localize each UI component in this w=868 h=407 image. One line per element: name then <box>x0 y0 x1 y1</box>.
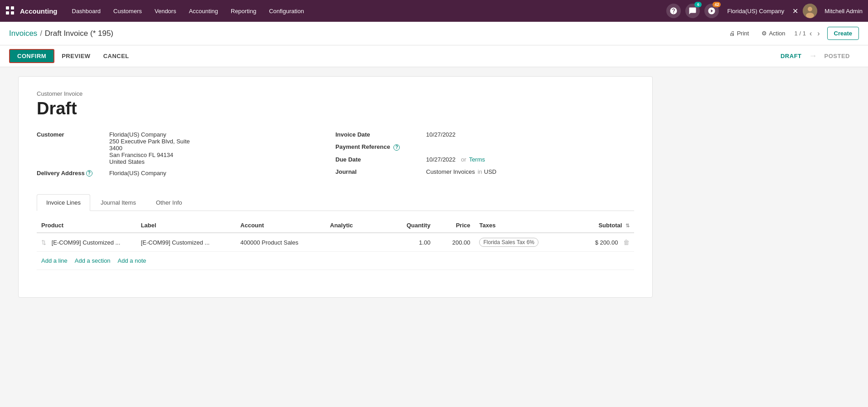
nav-dashboard[interactable]: Dashboard <box>67 5 107 17</box>
subheader: Invoices / Draft Invoice (* 195) 🖨 Print… <box>0 22 868 45</box>
avatar[interactable] <box>803 4 817 18</box>
add-note-link[interactable]: Add a note <box>118 257 146 264</box>
gear-icon: ⚙ <box>761 30 767 37</box>
invoice-date-field: Invoice Date 10/27/2022 <box>335 131 634 138</box>
grid-icon[interactable] <box>5 6 15 16</box>
payment-ref-field: Payment Reference ? <box>335 143 634 151</box>
invoice-card: Customer Invoice Draft Customer Florida(… <box>18 76 653 298</box>
print-button[interactable]: 🖨 Print <box>726 28 753 39</box>
table-header-row: Product Label Account Analytic Quantity <box>37 218 634 233</box>
cancel-button[interactable]: CANCEL <box>98 50 135 62</box>
svg-rect-2 <box>6 11 9 15</box>
next-button[interactable]: › <box>815 29 821 39</box>
due-date-field: Due Date 10/27/2022 or Terms <box>335 156 634 163</box>
customer-field: Customer Florida(US) Company 250 Executi… <box>37 131 335 165</box>
prev-button[interactable]: ‹ <box>808 29 814 39</box>
invoice-type: Customer Invoice <box>37 90 634 97</box>
journal-value[interactable]: Customer Invoices <box>426 168 475 175</box>
invoice-status-text: Draft <box>37 99 634 118</box>
customer-value: Florida(US) Company 250 Executive Park B… <box>109 131 190 165</box>
nav-customers[interactable]: Customers <box>108 5 147 17</box>
tab-other-info[interactable]: Other Info <box>146 194 192 211</box>
svg-point-5 <box>808 7 812 11</box>
col-account: Account <box>236 218 325 233</box>
support-icon[interactable] <box>666 4 681 18</box>
confirm-button[interactable]: CONFIRM <box>9 49 54 63</box>
row-product: ⇅ [E-COM99] Customized ... <box>37 233 136 252</box>
breadcrumb: Invoices / Draft Invoice (* 195) <box>9 29 726 38</box>
breadcrumb-parent[interactable]: Invoices <box>9 29 37 38</box>
col-product: Product <box>37 218 136 233</box>
activity-badge: 42 <box>713 2 721 7</box>
top-navigation: Accounting Dashboard Customers Vendors A… <box>0 0 868 22</box>
col-label: Label <box>136 218 236 233</box>
col-analytic: Analytic <box>325 218 385 233</box>
invoice-left: Customer Florida(US) Company 250 Executi… <box>37 131 335 181</box>
invoice-right: Invoice Date 10/27/2022 Payment Referenc… <box>335 131 634 181</box>
journal-field: Journal Customer Invoices in USD <box>335 168 634 175</box>
delivery-field: Delivery Address ? Florida(US) Company <box>37 170 335 177</box>
svg-point-6 <box>806 13 814 18</box>
nav-accounting[interactable]: Accounting <box>184 5 223 17</box>
due-date-label: Due Date <box>335 156 426 163</box>
delivery-value: Florida(US) Company <box>109 170 166 177</box>
customer-label: Customer <box>37 131 109 138</box>
svg-rect-3 <box>11 11 14 15</box>
preview-button[interactable]: PREVIEW <box>56 50 96 62</box>
print-icon: 🖨 <box>729 30 735 37</box>
user-name[interactable]: Mitchell Admin <box>824 8 863 15</box>
col-taxes: Taxes <box>475 218 574 233</box>
drag-handle[interactable]: ⇅ <box>41 239 46 246</box>
due-date-terms[interactable]: Terms <box>469 156 485 163</box>
subheader-actions: 🖨 Print ⚙ Action 1 / 1 ‹ › Create <box>726 27 859 40</box>
table-row: ⇅ [E-COM99] Customized ... [E-COM99] Cus… <box>37 233 634 252</box>
status-flow: DRAFT → POSTED <box>771 49 859 63</box>
action-button[interactable]: ⚙ Action <box>758 28 789 39</box>
nav-configuration[interactable]: Configuration <box>263 5 309 17</box>
invoice-date-label: Invoice Date <box>335 131 426 138</box>
add-section-link[interactable]: Add a section <box>75 257 111 264</box>
tab-invoice-lines[interactable]: Invoice Lines <box>37 194 90 211</box>
tab-journal-items[interactable]: Journal Items <box>91 194 145 211</box>
due-date-value[interactable]: 10/27/2022 <box>426 156 456 163</box>
status-draft: DRAFT <box>771 49 811 63</box>
svg-rect-1 <box>11 6 14 10</box>
svg-rect-0 <box>6 6 9 10</box>
row-analytic[interactable] <box>325 233 385 252</box>
tax-badge[interactable]: Florida Sales Tax 6% <box>479 238 538 247</box>
breadcrumb-current: Draft Invoice (* 195) <box>45 29 113 38</box>
payment-ref-label: Payment Reference ? <box>335 143 426 151</box>
due-date-or: or <box>461 156 466 163</box>
row-subtotal: $ 200.00 🗑 <box>574 233 634 252</box>
delete-row-button[interactable]: 🗑 <box>623 239 630 246</box>
journal-label: Journal <box>335 168 426 175</box>
invoice-date-value[interactable]: 10/27/2022 <box>426 131 456 138</box>
status-posted: POSTED <box>815 49 859 63</box>
journal-in: in <box>478 168 482 175</box>
invoice-tabs: Invoice Lines Journal Items Other Info <box>37 194 634 211</box>
create-button[interactable]: Create <box>827 27 859 40</box>
action-bar: CONFIRM PREVIEW CANCEL DRAFT → POSTED <box>0 45 868 67</box>
nav-reporting[interactable]: Reporting <box>225 5 262 17</box>
add-links: Add a line Add a section Add a note <box>37 252 634 270</box>
invoice-lines-table: Product Label Account Analytic Quantity <box>37 218 634 252</box>
chat-icon[interactable]: 6 <box>685 4 700 18</box>
app-name: Accounting <box>20 7 58 15</box>
col-subtotal: Subtotal ⇅ <box>574 218 634 233</box>
nav-vendors[interactable]: Vendors <box>149 5 182 17</box>
row-account[interactable]: 400000 Product Sales <box>236 233 325 252</box>
sort-icon[interactable]: ⇅ <box>626 223 630 228</box>
invoice-fields: Customer Florida(US) Company 250 Executi… <box>37 131 634 181</box>
row-label[interactable]: [E-COM99] Customized ... <box>136 233 236 252</box>
row-price[interactable]: 200.00 <box>435 233 475 252</box>
col-quantity: Quantity <box>385 218 435 233</box>
row-quantity[interactable]: 1.00 <box>385 233 435 252</box>
settings-icon[interactable]: ✕ <box>792 7 798 15</box>
pagination: 1 / 1 ‹ › <box>795 29 822 39</box>
payment-ref-help-icon[interactable]: ? <box>393 144 400 151</box>
company-name[interactable]: Florida(US) Company <box>727 8 784 15</box>
delivery-help-icon[interactable]: ? <box>86 170 92 177</box>
add-line-link[interactable]: Add a line <box>41 257 68 264</box>
breadcrumb-separator: / <box>40 29 42 38</box>
activity-icon[interactable]: 42 <box>704 4 719 18</box>
